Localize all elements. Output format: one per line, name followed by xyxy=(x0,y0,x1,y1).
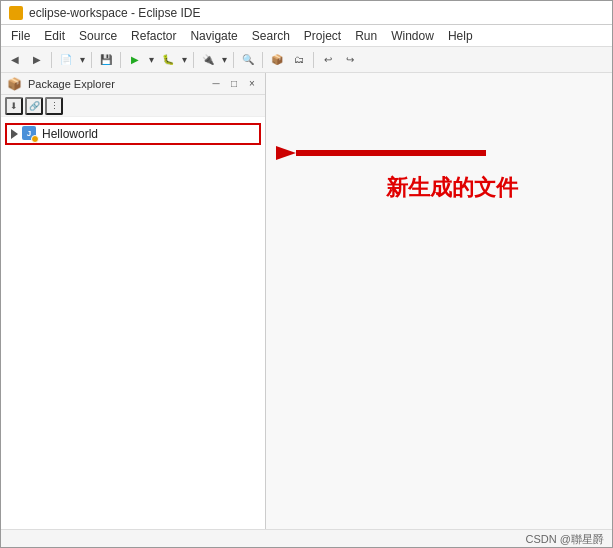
panel-maximize-btn[interactable]: □ xyxy=(227,77,241,91)
toolbar-redo-btn[interactable]: ↪ xyxy=(340,50,360,70)
toolbar-sep-1 xyxy=(51,52,52,68)
menu-search[interactable]: Search xyxy=(246,27,296,45)
menu-help[interactable]: Help xyxy=(442,27,479,45)
toolbar-new-dropdown[interactable]: ▾ xyxy=(78,53,87,66)
annotation-text: 新生成的文件 xyxy=(386,173,518,203)
panel-minimize-btn[interactable]: ─ xyxy=(209,77,223,91)
toolbar-sep-3 xyxy=(120,52,121,68)
toolbar-sep-5 xyxy=(233,52,234,68)
toolbar-back-btn[interactable]: ◀ xyxy=(5,50,25,70)
panel-link-btn[interactable]: 🔗 xyxy=(25,97,43,115)
toolbar-sep-4 xyxy=(193,52,194,68)
toolbar-undo-btn[interactable]: ↩ xyxy=(318,50,338,70)
toolbar-ext-btn[interactable]: 🔌 xyxy=(198,50,218,70)
app-icon xyxy=(9,6,23,20)
panel-menu-btn[interactable]: ⋮ xyxy=(45,97,63,115)
toolbar-new-btn[interactable]: 📄 xyxy=(56,50,76,70)
toolbar-run-dropdown[interactable]: ▾ xyxy=(147,53,156,66)
toolbar-view-btn[interactable]: 🗂 xyxy=(289,50,309,70)
toolbar-forward-btn[interactable]: ▶ xyxy=(27,50,47,70)
panel-collapse-all-btn[interactable]: ⬇ xyxy=(5,97,23,115)
tree-area: J Helloworld xyxy=(1,117,265,529)
toolbar-sep-6 xyxy=(262,52,263,68)
package-explorer-panel: 📦 Package Explorer ─ □ × ⬇ 🔗 ⋮ J Hellowo… xyxy=(1,73,266,529)
toolbar-run-btn[interactable]: ▶ xyxy=(125,50,145,70)
menu-project[interactable]: Project xyxy=(298,27,347,45)
panel-icon: 📦 xyxy=(7,77,22,91)
toolbar-debug-dropdown[interactable]: ▾ xyxy=(180,53,189,66)
status-text: CSDN @聯星爵 xyxy=(526,532,604,547)
menu-refactor[interactable]: Refactor xyxy=(125,27,182,45)
panel-title: Package Explorer xyxy=(28,78,205,90)
panel-toolbar: ⬇ 🔗 ⋮ xyxy=(1,95,265,117)
toolbar-save-btn[interactable]: 💾 xyxy=(96,50,116,70)
toolbar-sep-2 xyxy=(91,52,92,68)
status-bar: CSDN @聯星爵 xyxy=(1,529,612,548)
expand-arrow-icon xyxy=(11,129,18,139)
toolbar-ext-dropdown[interactable]: ▾ xyxy=(220,53,229,66)
menu-file[interactable]: File xyxy=(5,27,36,45)
toolbar-perspective-btn[interactable]: 📦 xyxy=(267,50,287,70)
menu-run[interactable]: Run xyxy=(349,27,383,45)
project-icon-badge xyxy=(31,135,39,143)
menu-window[interactable]: Window xyxy=(385,27,440,45)
menu-navigate[interactable]: Navigate xyxy=(184,27,243,45)
toolbar-sep-7 xyxy=(313,52,314,68)
menu-bar: File Edit Source Refactor Navigate Searc… xyxy=(1,25,612,47)
toolbar: ◀ ▶ 📄 ▾ 💾 ▶ ▾ 🐛 ▾ 🔌 ▾ 🔍 📦 🗂 ↩ ↪ xyxy=(1,47,612,73)
menu-source[interactable]: Source xyxy=(73,27,123,45)
panel-close-btn[interactable]: × xyxy=(245,77,259,91)
window-title: eclipse-workspace - Eclipse IDE xyxy=(29,6,200,20)
main-area: 📦 Package Explorer ─ □ × ⬇ 🔗 ⋮ J Hellowo… xyxy=(1,73,612,529)
project-tree-item[interactable]: J Helloworld xyxy=(5,123,261,145)
panel-header: 📦 Package Explorer ─ □ × xyxy=(1,73,265,95)
menu-edit[interactable]: Edit xyxy=(38,27,71,45)
toolbar-debug-btn[interactable]: 🐛 xyxy=(158,50,178,70)
title-bar: eclipse-workspace - Eclipse IDE xyxy=(1,1,612,25)
content-area: 新生成的文件 xyxy=(266,73,612,529)
project-icon: J xyxy=(22,126,38,142)
toolbar-search-btn[interactable]: 🔍 xyxy=(238,50,258,70)
project-label: Helloworld xyxy=(42,127,98,141)
